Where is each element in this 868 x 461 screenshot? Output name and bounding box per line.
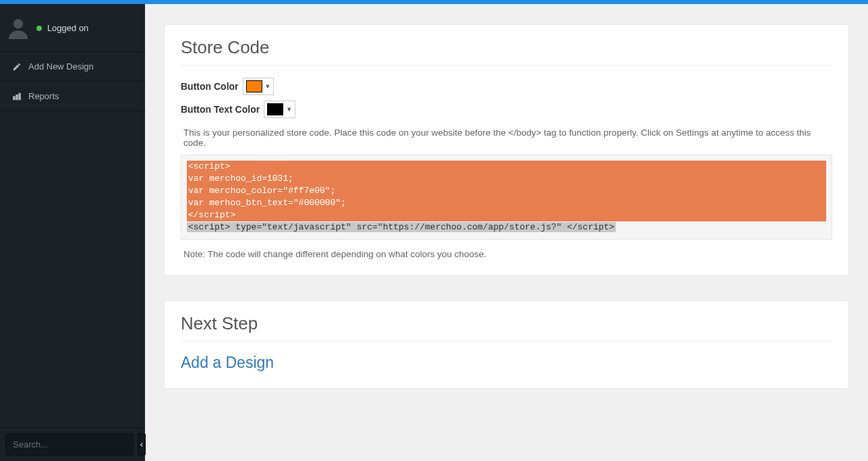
button-text-color-row: Button Text Color ▼: [181, 101, 832, 118]
panel-title: Next Step: [181, 313, 832, 342]
chevron-left-icon: [138, 441, 145, 448]
svg-rect-3: [19, 93, 20, 99]
color-swatch: [246, 80, 262, 92]
nav-label: Add New Design: [28, 61, 94, 72]
code-highlight-tail: <script> type="text/javascript" src="htt…: [187, 222, 616, 232]
profile-block: Logged on: [0, 4, 145, 51]
button-color-picker[interactable]: ▼: [243, 78, 274, 95]
instruction-text: This is your personalized store code. Pl…: [183, 128, 832, 148]
button-color-row: Button Color ▼: [181, 78, 832, 95]
sidebar: Logged on Add New Design Reports: [0, 4, 145, 461]
next-step-panel: Next Step Add a Design: [164, 300, 849, 389]
svg-rect-2: [16, 94, 18, 99]
status-text: Logged on: [47, 23, 88, 33]
sidebar-nav: Add New Design Reports: [0, 51, 145, 111]
store-code-panel: Store Code Button Color ▼ Button Text Co…: [164, 24, 849, 276]
svg-rect-1: [13, 97, 15, 100]
color-swatch: [267, 103, 283, 115]
caret-down-icon: ▼: [286, 106, 292, 113]
button-text-color-picker[interactable]: ▼: [264, 101, 295, 118]
add-design-link[interactable]: Add a Design: [181, 354, 274, 371]
user-icon: [7, 16, 30, 39]
nav-label: Reports: [28, 91, 59, 101]
svg-point-0: [13, 19, 23, 28]
status-dot-icon: [36, 26, 42, 31]
caret-down-icon: ▼: [265, 83, 271, 90]
sidebar-item-reports[interactable]: Reports: [0, 82, 145, 111]
sidebar-item-add-design[interactable]: Add New Design: [0, 52, 145, 82]
button-color-label: Button Color: [181, 81, 239, 92]
code-box[interactable]: <script> var merchoo_id=1031; var mercho…: [181, 155, 832, 240]
bar-chart-icon: [12, 92, 22, 101]
button-text-color-label: Button Text Color: [181, 104, 260, 115]
main-content: Store Code Button Color ▼ Button Text Co…: [145, 4, 868, 461]
code-content: <script> var merchoo_id=1031; var mercho…: [187, 161, 826, 234]
search-input[interactable]: [5, 433, 134, 456]
note-text: Note: The code will change different dep…: [183, 249, 832, 259]
status: Logged on: [36, 22, 88, 33]
edit-icon: [12, 62, 22, 72]
code-highlight-main: <script> var merchoo_id=1031; var mercho…: [187, 161, 826, 221]
sidebar-bottom: [0, 427, 145, 461]
panel-title: Store Code: [181, 37, 832, 65]
